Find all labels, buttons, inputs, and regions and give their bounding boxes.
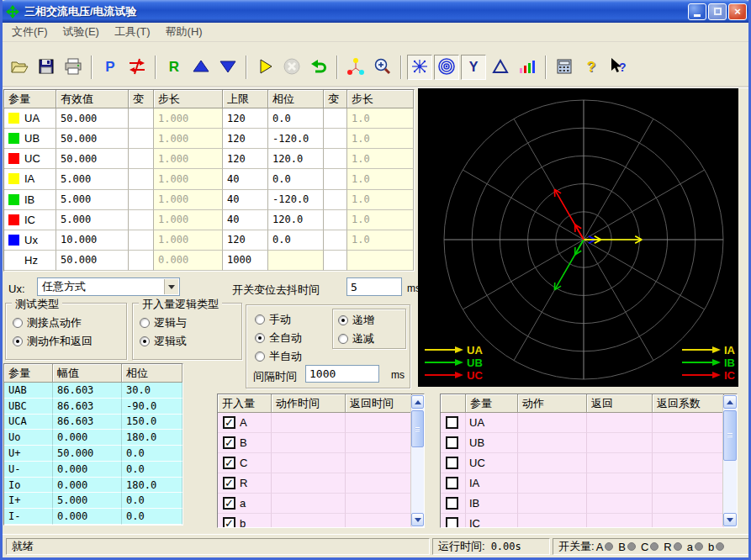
- menu-item-1[interactable]: 文件(F): [4, 22, 56, 42]
- param-value-cell[interactable]: 50.000: [56, 129, 129, 149]
- toolbar-start-button[interactable]: [252, 55, 278, 80]
- param-var2-cell[interactable]: [324, 210, 347, 230]
- result-check-cell[interactable]: [441, 453, 466, 473]
- param-var1-cell[interactable]: [129, 210, 154, 230]
- param-value-cell[interactable]: 5.000: [56, 169, 129, 189]
- radio-test-type-测动作和返回[interactable]: 测动作和返回: [13, 332, 126, 351]
- toolbar-p-set-button[interactable]: P: [98, 55, 123, 80]
- radio-direction-递减[interactable]: 递减: [338, 330, 405, 348]
- param-var1-cell[interactable]: [129, 149, 154, 169]
- param-phase-step-cell[interactable]: 1.0: [347, 149, 414, 169]
- param-phase-cell[interactable]: 0.0: [268, 230, 324, 251]
- param-step-cell[interactable]: 0.000: [154, 251, 223, 271]
- param-phase-step-cell[interactable]: 1.0: [347, 169, 414, 189]
- result-check-cell[interactable]: [441, 433, 466, 453]
- param-var1-cell[interactable]: [129, 190, 154, 210]
- param-step-cell[interactable]: 1.000: [154, 190, 223, 210]
- toolbar-concentric-circles-button[interactable]: [434, 55, 459, 80]
- close-button[interactable]: ×: [728, 3, 747, 20]
- toolbar-save-button[interactable]: [34, 55, 59, 80]
- param-value-cell[interactable]: 50.000: [56, 251, 129, 271]
- param-phase-cell[interactable]: [268, 251, 324, 271]
- toolbar-open-button[interactable]: [7, 55, 32, 80]
- param-phase-cell[interactable]: 0.0: [268, 169, 324, 189]
- scroll-down-icon[interactable]: [411, 513, 424, 526]
- param-value-cell[interactable]: 10.000: [56, 230, 129, 251]
- scroll-up-icon[interactable]: [411, 395, 424, 409]
- param-limit-cell[interactable]: 120: [223, 129, 268, 149]
- checkbox-checked[interactable]: ✓: [223, 436, 235, 449]
- toolbar-print-button[interactable]: [61, 55, 86, 80]
- menu-item-4[interactable]: 帮助(H): [158, 22, 210, 42]
- menu-item-2[interactable]: 试验(E): [56, 22, 107, 42]
- checkbox-checked[interactable]: ✓: [223, 517, 235, 528]
- checkbox-checked[interactable]: ✓: [223, 477, 235, 489]
- minimize-button[interactable]: [688, 3, 706, 20]
- input-channel-cell[interactable]: ✓A: [218, 413, 272, 433]
- toolbar-context-help-button[interactable]: ?: [606, 55, 631, 80]
- param-var1-cell[interactable]: [129, 169, 154, 189]
- input-channel-cell[interactable]: ✓C: [218, 453, 272, 473]
- param-phase-step-cell[interactable]: [347, 251, 414, 271]
- radio-logic-逻辑或[interactable]: 逻辑或: [140, 332, 241, 351]
- toolbar-delta-connection-button[interactable]: [488, 55, 513, 80]
- param-var2-cell[interactable]: [324, 108, 347, 129]
- radio-mode-手动[interactable]: 手动: [255, 310, 302, 329]
- toolbar-lower-button[interactable]: [215, 55, 241, 80]
- param-step-cell[interactable]: 1.000: [154, 230, 223, 251]
- param-phase-step-cell[interactable]: 1.0: [347, 210, 414, 230]
- param-phase-step-cell[interactable]: 1.0: [347, 190, 414, 210]
- interval-input[interactable]: 1000: [305, 365, 379, 383]
- scroll-up-icon[interactable]: [723, 395, 737, 409]
- input-channel-cell[interactable]: ✓R: [218, 473, 272, 494]
- param-var1-cell[interactable]: [129, 108, 154, 129]
- chevron-down-icon[interactable]: [164, 279, 178, 294]
- ux-mode-select[interactable]: 任意方式: [37, 277, 180, 296]
- title-bar[interactable]: 三相交流电压/电流试验 ×: [0, 0, 751, 23]
- param-limit-cell[interactable]: 120: [223, 230, 268, 251]
- radio-logic-逻辑与[interactable]: 逻辑与: [140, 314, 241, 332]
- param-limit-cell[interactable]: 120: [223, 108, 268, 129]
- toolbar-vector-star-button[interactable]: [407, 55, 432, 80]
- param-value-cell[interactable]: 50.000: [56, 149, 129, 169]
- toolbar-short-circuit-button[interactable]: [124, 55, 150, 80]
- input-channel-cell[interactable]: ✓B: [218, 433, 272, 453]
- toolbar-raise-button[interactable]: [188, 55, 214, 80]
- checkbox-unchecked[interactable]: [446, 416, 458, 429]
- param-phase-cell[interactable]: 0.0: [268, 108, 324, 129]
- toolbar-zoom-in-button[interactable]: [370, 55, 395, 80]
- param-var2-cell[interactable]: [324, 251, 347, 271]
- param-step-cell[interactable]: 1.000: [154, 108, 223, 129]
- param-var2-cell[interactable]: [324, 230, 347, 251]
- param-value-cell[interactable]: 5.000: [56, 210, 129, 230]
- radio-mode-全自动[interactable]: 全自动: [255, 329, 302, 347]
- param-phase-cell[interactable]: 120.0: [268, 210, 324, 230]
- param-var2-cell[interactable]: [324, 169, 347, 189]
- param-limit-cell[interactable]: 40: [223, 210, 268, 230]
- param-phase-cell[interactable]: -120.0: [268, 129, 324, 149]
- param-var1-cell[interactable]: [129, 230, 154, 251]
- param-value-cell[interactable]: 50.000: [56, 108, 129, 129]
- checkbox-unchecked[interactable]: [446, 436, 458, 449]
- checkbox-checked[interactable]: ✓: [223, 416, 235, 429]
- result-check-cell[interactable]: [441, 494, 466, 514]
- toolbar-vector-node-button[interactable]: [343, 55, 368, 80]
- toolbar-calculator-button[interactable]: [552, 55, 577, 80]
- result-table-scrollbar[interactable]: [722, 395, 737, 526]
- param-limit-cell[interactable]: 120: [223, 149, 268, 169]
- param-var2-cell[interactable]: [324, 149, 347, 169]
- checkbox-unchecked[interactable]: [446, 477, 458, 489]
- param-phase-cell[interactable]: 120.0: [268, 149, 324, 169]
- param-var2-cell[interactable]: [324, 190, 347, 210]
- param-var2-cell[interactable]: [324, 129, 347, 149]
- param-limit-cell[interactable]: 40: [223, 190, 268, 210]
- checkbox-unchecked[interactable]: [446, 457, 458, 469]
- param-var1-cell[interactable]: [129, 251, 154, 271]
- param-phase-step-cell[interactable]: 1.0: [347, 129, 414, 149]
- param-step-cell[interactable]: 1.000: [154, 149, 223, 169]
- checkbox-unchecked[interactable]: [446, 517, 458, 528]
- radio-test-type-测接点动作[interactable]: 测接点动作: [13, 314, 126, 332]
- input-channel-cell[interactable]: ✓a: [218, 494, 272, 514]
- param-limit-cell[interactable]: 40: [223, 169, 268, 189]
- radio-mode-半自动[interactable]: 半自动: [255, 347, 302, 366]
